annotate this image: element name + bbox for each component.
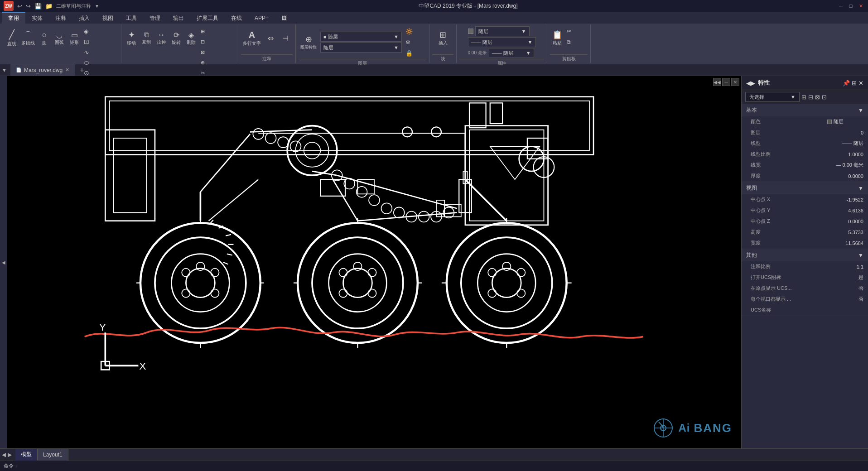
workspace-dropdown[interactable]: 二维草图与注释 [56,3,91,10]
tool-layer-props[interactable]: ⊕ 图层特性 [299,33,318,51]
tool-spline[interactable]: ∿ [82,47,105,57]
tool-region[interactable]: ⊡ [82,37,105,47]
tab-view[interactable]: 视图 [96,12,120,24]
maximize-button[interactable]: □ [847,2,854,10]
tab-tools[interactable]: 工具 [120,12,143,24]
color-dropdown[interactable]: 随层 ▼ [475,26,530,36]
tool-layer-lock[interactable]: 🔒 [404,48,426,58]
tool-rect[interactable]: ▭ 矩形 [67,26,82,50]
quick-access-undo[interactable]: ↩ [17,3,22,10]
tool-circle[interactable]: ○ 圆 [37,26,52,50]
new-tab-button[interactable]: + [75,64,88,76]
tool-insert-block[interactable]: ⊞ 插入 [436,26,450,50]
layer-state-dropdown[interactable]: ■ 随层 ▼ [320,32,402,42]
tool-layer-freeze[interactable]: ❄ [404,37,426,47]
svg-point-55 [339,269,347,277]
color-value: 随层 [478,28,488,35]
linetype-dropdown[interactable]: —— 随层 ▼ [468,37,536,47]
tool-mirror[interactable]: ⊞ [199,26,222,36]
close-button[interactable]: ✕ [857,2,864,10]
layer-select-dropdown[interactable]: 随层 ▼ [320,43,402,53]
panel-close-btn[interactable]: ✕ [858,80,863,87]
tool-cut[interactable]: ✂ [565,26,588,36]
prop-ucsicon-value: 是 [827,274,863,281]
svg-point-66 [477,254,535,312]
tool-scale[interactable]: ⊕ [199,58,222,67]
svg-line-44 [226,235,231,236]
prop-icon-2[interactable]: ⊟ [808,94,813,101]
prop-ltscale-value: 1.0000 [827,152,863,157]
quick-access-save[interactable]: 💾 [34,3,42,10]
tool-hatch[interactable]: ◈ [82,26,105,36]
tab-output[interactable]: 输出 [167,12,190,24]
prop-ucsname-label: UCS名称 [751,307,827,313]
tool-line[interactable]: ╱ 直线 [5,26,19,50]
svg-point-65 [461,237,552,328]
tab-app[interactable]: APP+ [248,12,275,24]
panel-section-view: 视图 ▼ 中心点 X -1.9522 中心点 Y 4.6136 中心点 Z 0.… [742,182,868,249]
tool-stretch[interactable]: ↔ 拉伸 [154,26,169,50]
canvas-area[interactable]: Y X ◀◀ ─ ✕ Ai BANG [7,76,741,448]
clipboard-sub: ✂ ⧉ [565,26,588,47]
tool-array[interactable]: ⊠ [199,47,222,57]
cmd-input[interactable] [19,463,154,469]
insert-block-label: 插入 [439,40,448,46]
prop-icon-4[interactable]: ⊡ [822,94,827,101]
tool-polyline[interactable]: ⌒ 多段线 [19,26,37,50]
panel-toggle-btn[interactable]: ◀▶ [746,80,755,87]
tab-insert[interactable]: 插入 [72,12,96,24]
tool-offset[interactable]: ⊟ [199,37,222,47]
view-ctrl-minus[interactable]: ─ [722,78,730,86]
props-content: 随层 ▼ —— 随层 ▼ 0.00 毫米 —— 随层 ▼ [467,25,537,59]
svg-point-68 [488,269,496,277]
svg-rect-3 [114,138,147,212]
quick-access-open[interactable]: 📁 [45,3,53,10]
lineweight-dropdown[interactable]: —— 随层 ▼ [489,48,534,58]
panel-expand-btn[interactable]: ⊞ [852,80,857,87]
layers-content: ⊕ 图层特性 ■ 随层 ▼ 随层 ▼ 🔆 ❄ 🔒 [299,25,426,59]
tool-arc[interactable]: ◡ 图弧 [52,26,67,50]
tool-leader[interactable]: ⊣ [278,26,293,50]
tab-express[interactable]: 扩展工具 [190,12,225,24]
prop-icon-3[interactable]: ⊠ [815,94,820,101]
doc-tab-close[interactable]: ✕ [65,67,69,73]
prop-ucsvp-value: 否 [827,296,863,303]
selection-type-dropdown[interactable]: 无选择 ▼ [745,92,800,102]
layer-props-row: ⊕ 图层特性 ■ 随层 ▼ 随层 ▼ 🔆 ❄ 🔒 [299,26,426,58]
tool-move[interactable]: ✦ 移动 [124,26,139,50]
view-ctrl-close[interactable]: ✕ [731,78,739,86]
tool-copy-clip[interactable]: ⧉ [565,37,588,47]
tab-media[interactable]: 🖼 [275,12,293,24]
workspace-arrow[interactable]: ▼ [95,4,99,9]
tab-model[interactable]: 模型 [15,449,38,461]
section-other-header[interactable]: 其他 ▼ [742,249,868,261]
tab-prev-btn[interactable]: ◀ [2,452,6,458]
panel-pin-btn[interactable]: 📌 [843,80,850,87]
prop-color-value[interactable]: 随层 [827,118,863,125]
tool-paste[interactable]: 📋 粘贴 [550,26,564,50]
tab-home[interactable]: 常用 [2,12,25,24]
tool-rotate[interactable]: ⟳ 旋转 [169,26,183,50]
tool-erase[interactable]: ◈ 删除 [184,26,198,50]
section-view-header[interactable]: 视图 ▼ [742,182,868,194]
tool-dim[interactable]: ⇔ [263,26,278,50]
layer-state-value: ■ 随层 [323,34,338,40]
tab-annotate[interactable]: 注释 [49,12,72,24]
bottom-tab-bar: ◀ ▶ 模型 Layout1 [0,448,868,460]
prop-icon-1[interactable]: ⊞ [801,94,806,101]
tool-mtext[interactable]: A 多行文字 [241,26,263,50]
tab-next-btn[interactable]: ▶ [8,452,12,458]
view-ctrl-collapse[interactable]: ◀◀ [713,78,721,86]
left-collapse-btn[interactable]: ◀ [0,76,7,448]
tool-copy[interactable]: ⧉ 复制 [139,26,154,50]
prop-cy-label: 中心点 Y [751,207,827,214]
minimize-button[interactable]: ─ [837,2,844,10]
tab-layout1[interactable]: Layout1 [38,449,68,461]
tool-layer-off[interactable]: 🔆 [404,26,426,36]
doc-tab-mars-rover[interactable]: 📄 Mars_rover.dwg ✕ [10,64,75,76]
section-basic-header[interactable]: 基本 ▼ [742,104,868,116]
tab-online[interactable]: 在线 [225,12,248,24]
quick-access-redo[interactable]: ↪ [26,3,31,10]
tab-manage[interactable]: 管理 [143,12,167,24]
tab-solid[interactable]: 实体 [25,12,49,24]
